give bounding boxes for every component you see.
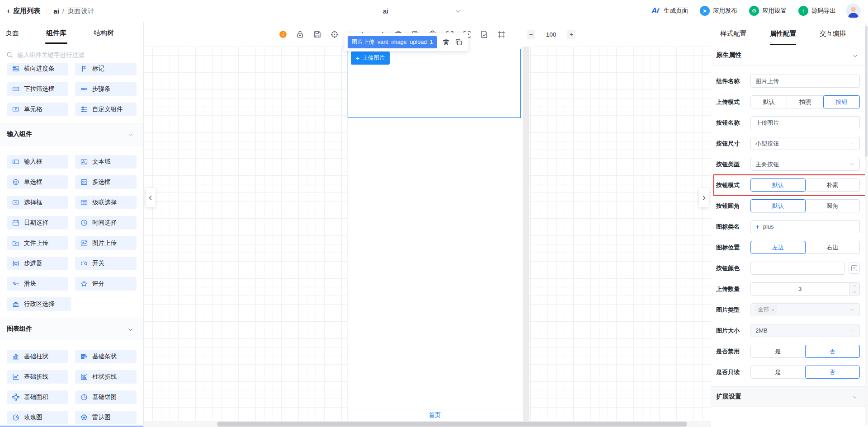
frame-icon[interactable] [497,30,505,38]
save-icon[interactable] [313,30,321,38]
generate-page-button[interactable]: Ai↑生成页面 [651,6,688,15]
button-size-select[interactable]: 小型按钮 [750,137,860,150]
icon-position-option[interactable]: 右边 [805,241,860,254]
info-icon[interactable] [279,30,287,38]
native-props-section-header[interactable]: 原生属性 [711,45,868,66]
component-item[interactable]: 文本域 [75,155,137,169]
component-item[interactable]: 基础柱状 [7,350,68,363]
component-item[interactable]: 玫瑰图 [7,411,68,424]
component-item[interactable]: 输入框 [7,155,68,169]
component-item[interactable]: 单元格 [7,103,68,116]
component-item[interactable]: 基础饼图 [75,390,137,404]
component-item[interactable]: 评分 [75,277,137,291]
collapse-right-panel-button[interactable] [699,188,709,207]
button-color-value[interactable] [755,265,840,272]
component-search[interactable] [0,48,143,61]
component-item[interactable]: 文件上传 [7,236,68,250]
app-settings-button[interactable]: ⚙应用设置 [749,6,787,16]
component-item[interactable]: 滑块 [7,277,68,291]
back-button[interactable]: 应用列表 [13,7,40,15]
target-icon[interactable] [330,30,339,38]
right-tab-样式配置[interactable]: 样式配置 [720,22,746,45]
button-mode-option[interactable]: 朴素 [805,178,860,192]
back-chevron-icon[interactable]: ‹ [7,7,9,15]
scrollbar-thumb[interactable] [217,422,687,427]
component-item[interactable]: 基础折线 [7,370,68,384]
component-item[interactable]: 基础条状 [75,350,137,363]
upload-mode-option[interactable]: 拍照 [787,95,823,108]
phone-tabbar-home[interactable]: 首页 [348,409,522,421]
collapse-left-panel-button[interactable] [146,188,156,207]
left-tab-结构树[interactable]: 结构树 [94,22,114,44]
component-item[interactable]: 雷达图 [75,411,137,424]
upload-count-stepper[interactable] [750,282,860,296]
decrease-button[interactable] [849,289,859,295]
app-publish-button[interactable]: ➤应用发布 [700,6,737,16]
extension-settings-section-header[interactable]: 扩展设置 [711,386,868,407]
component-item[interactable]: 下拉筛选框 [7,82,68,96]
component-item[interactable]: 步骤条 [75,82,137,96]
zoom-in-button[interactable]: + [567,30,576,39]
remove-tag-icon[interactable]: × [771,307,774,313]
code-export-button[interactable]: ↑源码导出 [798,6,836,16]
delete-icon[interactable] [442,38,450,46]
right-tab-属性配置[interactable]: 属性配置 [770,22,796,45]
upload-mode-option[interactable]: 默认 [750,95,787,108]
button-radius-option[interactable]: 默认 [750,199,806,212]
component-item[interactable]: 基础面积 [7,390,68,404]
panel-scrollbar[interactable] [865,23,868,426]
icon-position-option[interactable]: 左边 [750,241,806,254]
component-item[interactable]: 日期选择 [7,216,68,230]
section-header[interactable]: 图表组件 [0,318,143,340]
upload-mode-option[interactable]: 按钮 [823,95,860,108]
image-size-select[interactable]: 2MB [750,324,860,337]
button-type-select[interactable]: 主要按钮 [750,158,860,171]
button-mode-option[interactable]: 默认 [750,178,806,192]
right-tab-交互编排[interactable]: 交互编排 [820,22,846,45]
vertical-scrollbar[interactable] [523,47,529,421]
selected-component-outline[interactable]: + 上传图片 [348,49,521,118]
component-item[interactable]: 标记 [75,63,137,75]
button-name-input[interactable] [750,116,860,129]
component-item[interactable]: 级联选择 [75,196,137,209]
doc-check-icon[interactable] [480,30,488,38]
is-readonly-option[interactable]: 否 [805,366,860,379]
clear-color-button[interactable]: × [849,263,860,274]
component-item[interactable]: 选择框 [7,196,68,209]
horizontal-scrollbar[interactable] [144,421,711,427]
component-item[interactable]: 自定义组件 [75,103,137,116]
component-item[interactable]: 图片上传 [75,236,137,250]
button-name-input-value[interactable] [755,119,855,126]
icon-class-input[interactable]: +plus [750,220,860,233]
image-size-label: 图片大小 [716,327,750,335]
is-disabled-option[interactable]: 否 [805,345,860,358]
page-selector[interactable]: ai [316,0,461,22]
avatar[interactable] [846,4,861,19]
left-tab-页面[interactable]: 页面 [5,22,19,44]
component-item[interactable]: 步进器 [7,257,68,270]
component-item[interactable]: 单选框 [7,175,68,189]
unlock-icon[interactable] [296,30,304,38]
component-name-input-value[interactable] [755,78,855,84]
component-item[interactable]: 柱状折线 [75,370,137,384]
upload-image-button[interactable]: + 上传图片 [351,52,390,65]
component-item[interactable]: 横向进度条 [7,63,68,75]
search-input[interactable] [17,52,137,58]
is-disabled-option[interactable]: 是 [750,345,806,358]
component-item[interactable]: 时间选择 [75,216,137,230]
component-item[interactable]: 开关 [75,257,137,270]
button-color-input[interactable] [750,262,845,275]
button-radius-option[interactable]: 圆角 [805,199,860,212]
section-header[interactable]: 输入组件 [0,123,143,145]
copy-icon[interactable] [455,38,462,46]
left-tab-组件库[interactable]: 组件库 [46,22,66,44]
zoom-out-button[interactable]: − [527,30,535,39]
component-item[interactable]: 多选框 [75,175,137,189]
component-item[interactable]: 行政区选择 [7,297,71,311]
increase-button[interactable] [849,283,859,289]
image-type-select[interactable]: 全部× [750,303,860,316]
is-readonly-option[interactable]: 是 [750,366,806,379]
upload-count-value[interactable] [751,286,849,292]
properties-panel: 样式配置属性配置交互编排 原生属性 组件名称上传模式默认拍照按钮按钮名称按钮尺寸… [711,22,868,427]
component-name-input[interactable] [750,75,860,88]
